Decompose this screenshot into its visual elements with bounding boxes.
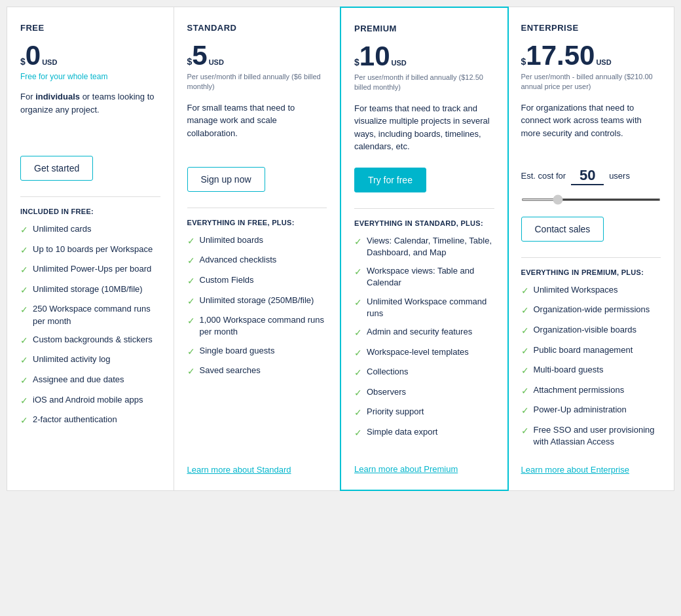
price-dollar-enterprise: $ <box>521 56 526 67</box>
feature-text: Free SSO and user provisioning with Atla… <box>534 424 661 448</box>
check-icon: ✓ <box>187 346 195 359</box>
feature-text: Views: Calendar, Timeline, Table, Dashbo… <box>367 235 494 259</box>
check-icon: ✓ <box>20 354 28 367</box>
divider-standard <box>187 208 327 208</box>
feature-text: Custom Fields <box>200 274 254 286</box>
features-header-standard: EVERYTHING IN FREE, PLUS: <box>187 219 327 226</box>
check-icon: ✓ <box>20 374 28 388</box>
check-icon: ✓ <box>521 325 529 338</box>
feature-item: ✓Unlimited activity log <box>20 353 160 367</box>
feature-item: ✓Unlimited Workspace command runs <box>354 296 494 319</box>
feature-text: 2-factor authentication <box>33 414 117 426</box>
feature-item: ✓Organization-wide permissions <box>521 304 661 317</box>
feature-item: ✓Power-Up administration <box>521 404 661 418</box>
learn-more-enterprise[interactable]: Learn more about Enterprise <box>521 465 661 475</box>
plan-col-standard: STANDARD$5USDPer user/month if billed an… <box>174 7 341 490</box>
price-desc-standard: Per user/month if billed annually ($6 bi… <box>187 72 327 92</box>
check-icon: ✓ <box>521 345 529 358</box>
feature-item: ✓Admin and security features <box>354 326 494 340</box>
feature-item: ✓Unlimited cards <box>20 223 160 237</box>
feature-text: Attachment permissions <box>534 384 625 396</box>
cta-button-free[interactable]: Get started <box>20 156 93 181</box>
feature-text: Saved searches <box>200 365 261 376</box>
feature-item: ✓Workspace views: Table and Calendar <box>354 265 494 289</box>
feature-text: 250 Workspace command runs per month <box>33 303 160 327</box>
feature-item: ✓Custom Fields <box>187 274 327 288</box>
plan-col-premium: PREMIUM$10USDPer user/month if billed an… <box>340 7 509 491</box>
feature-item: ✓Unlimited storage (250MB/file) <box>187 295 327 308</box>
feature-item: ✓Unlimited storage (10MB/file) <box>20 283 160 297</box>
feature-item: ✓Organization-visible boards <box>521 324 661 338</box>
check-icon: ✓ <box>20 224 28 237</box>
divider-enterprise <box>521 257 661 258</box>
check-icon: ✓ <box>521 285 529 298</box>
feature-list-free: ✓Unlimited cards✓Up to 10 boards per Wor… <box>20 223 160 475</box>
price-desc-premium: Per user/month if billed annually ($12.5… <box>354 73 494 93</box>
features-header-free: INCLUDED IN FREE: <box>20 208 160 215</box>
cta-button-enterprise[interactable]: Contact sales <box>521 217 604 242</box>
feature-item: ✓Unlimited Power-Ups per board <box>20 263 160 277</box>
feature-item: ✓Workspace-level templates <box>354 346 494 360</box>
feature-text: Advanced checklists <box>200 254 277 266</box>
feature-item: ✓Observers <box>354 386 494 400</box>
feature-text: Observers <box>367 386 406 398</box>
feature-item: ✓1,000 Workspace command runs per month <box>187 314 327 338</box>
check-icon: ✓ <box>521 405 529 418</box>
price-amount-standard: 5 <box>192 42 207 69</box>
feature-item: ✓Free SSO and user provisioning with Atl… <box>521 424 661 448</box>
price-row-premium: $10USD <box>354 43 494 70</box>
cta-button-standard[interactable]: Sign up now <box>187 167 265 192</box>
feature-text: Unlimited storage (250MB/file) <box>200 295 314 306</box>
price-usd-premium: USD <box>392 59 407 67</box>
feature-text: Unlimited activity log <box>33 353 111 365</box>
feature-item: ✓Advanced checklists <box>187 254 327 268</box>
plan-description-premium: For teams that need to track and visuali… <box>354 102 494 154</box>
price-dollar-free: $ <box>20 56 26 67</box>
check-icon: ✓ <box>187 295 195 308</box>
learn-more-premium[interactable]: Learn more about Premium <box>354 464 494 474</box>
feature-item: ✓Up to 10 boards per Workspace <box>20 244 160 257</box>
check-icon: ✓ <box>521 304 529 317</box>
plan-col-free: FREE$0USDFree for your whole teamFor ind… <box>7 7 174 490</box>
feature-item: ✓250 Workspace command runs per month <box>20 303 160 327</box>
price-dollar-premium: $ <box>354 57 359 67</box>
check-icon: ✓ <box>20 304 28 317</box>
check-icon: ✓ <box>20 335 28 348</box>
check-icon: ✓ <box>354 297 362 310</box>
check-icon: ✓ <box>354 327 362 340</box>
price-usd-standard: USD <box>209 58 224 66</box>
plan-name-free: FREE <box>20 23 160 33</box>
learn-more-standard[interactable]: Learn more about Standard <box>187 465 327 475</box>
feature-item: ✓Unlimited Workspaces <box>521 284 661 298</box>
check-icon: ✓ <box>521 385 529 398</box>
check-icon: ✓ <box>354 266 362 279</box>
feature-text: Unlimited Power-Ups per board <box>33 263 151 275</box>
plan-name-enterprise: ENTERPRISE <box>521 23 661 33</box>
est-cost-users-label: users <box>609 171 630 181</box>
feature-text: Multi-board guests <box>534 364 604 376</box>
divider-free <box>20 196 160 197</box>
est-cost-users-input[interactable] <box>571 167 604 185</box>
users-slider[interactable] <box>521 198 661 201</box>
price-row-free: $0USD <box>20 42 160 69</box>
feature-item: ✓Single board guests <box>187 345 327 359</box>
feature-item: ✓Attachment permissions <box>521 384 661 398</box>
price-free-tag-free: Free for your whole team <box>20 72 160 81</box>
divider-premium <box>354 208 494 209</box>
plan-name-premium: PREMIUM <box>354 24 494 33</box>
feature-text: Simple data export <box>367 426 437 438</box>
cta-button-premium[interactable]: Try for free <box>354 168 426 192</box>
feature-item: ✓Public board management <box>521 344 661 358</box>
check-icon: ✓ <box>521 425 529 438</box>
plan-col-enterprise: ENTERPRISE$17.50USDPer user/month - bill… <box>508 7 674 490</box>
feature-text: Public board management <box>534 344 633 356</box>
price-dollar-standard: $ <box>187 56 193 67</box>
feature-list-enterprise: ✓Unlimited Workspaces✓Organization-wide … <box>521 284 661 455</box>
est-cost-row: Est. cost forusers <box>521 167 661 185</box>
feature-text: Organization-visible boards <box>534 324 637 336</box>
check-icon: ✓ <box>20 414 28 427</box>
feature-item: ✓Custom backgrounds & stickers <box>20 334 160 348</box>
check-icon: ✓ <box>20 244 28 257</box>
plan-description-enterprise: For organizations that need to connect w… <box>521 101 661 154</box>
users-slider-container <box>521 192 661 204</box>
